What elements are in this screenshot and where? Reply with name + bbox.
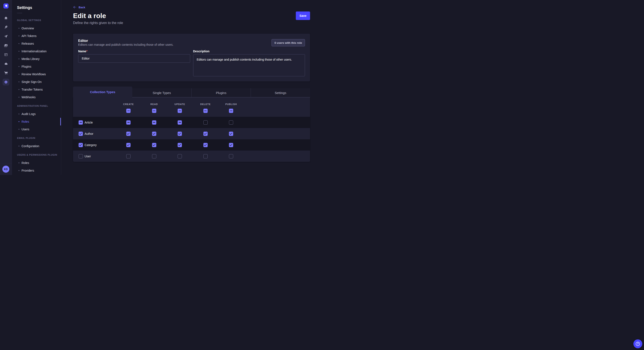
rail-item-layout <box>1 50 10 59</box>
author-create-checkbox[interactable] <box>126 132 130 136</box>
tab-collection-types[interactable]: Collection Types <box>73 87 132 97</box>
subnav-item-users[interactable]: Users <box>17 126 61 133</box>
subnav-item-internationalization[interactable]: Internationalization <box>17 47 61 55</box>
role-heading-group: Editor Editors can manage and publish co… <box>78 39 174 47</box>
role-description-text: Editors can manage and publish contents … <box>78 43 174 47</box>
article-publish-checkbox[interactable] <box>229 120 233 125</box>
article-create-checkbox[interactable] <box>126 120 130 125</box>
user-row-checkbox[interactable] <box>78 154 83 159</box>
article-read-checkbox[interactable] <box>152 120 156 125</box>
subnav-item-releases[interactable]: Releases <box>17 40 61 47</box>
tab-single-types[interactable]: Single Types <box>132 88 192 97</box>
subnav-item-single-sign-on[interactable]: Single Sign-On <box>17 78 61 86</box>
layout-icon[interactable] <box>2 51 9 58</box>
permissions-table-header: CreateReadUpdateDeletePublish <box>73 97 310 117</box>
bullet-icon <box>18 81 20 82</box>
user-update-checkbox[interactable] <box>178 154 182 159</box>
bullet-icon <box>18 28 20 29</box>
user-delete-checkbox[interactable] <box>204 154 208 159</box>
media-images-icon[interactable] <box>2 42 9 49</box>
article-row-checkbox[interactable] <box>78 120 83 125</box>
permissions-card: Collection TypesSingle TypesPluginsSetti… <box>73 87 310 162</box>
name-input[interactable] <box>78 54 190 63</box>
select-all-create-checkbox[interactable] <box>126 109 130 113</box>
author-update-checkbox[interactable] <box>178 132 182 136</box>
rail-item-paper-plane <box>1 32 10 41</box>
article-delete-checkbox[interactable] <box>204 120 208 125</box>
tab-plugins[interactable]: Plugins <box>192 88 251 97</box>
row-label-cell: Category <box>73 143 116 147</box>
tab-settings[interactable]: Settings <box>251 88 310 97</box>
rail-item-feather <box>1 22 10 32</box>
subnav-section-label: Administration Panel <box>17 104 61 107</box>
subnav-item-webhooks[interactable]: Webhooks <box>17 93 61 101</box>
select-all-update-checkbox[interactable] <box>178 109 182 113</box>
rail-menu <box>1 12 10 87</box>
page-subtitle: Define the rights given to the role <box>73 20 310 25</box>
subnav-item-plugins[interactable]: Plugins <box>17 63 61 70</box>
user-publish-checkbox[interactable] <box>229 154 233 159</box>
subnav-section: Global SettingsOverviewAPI TokensRelease… <box>17 19 61 101</box>
select-all-delete-checkbox[interactable] <box>204 109 208 113</box>
permission-cell <box>218 132 244 136</box>
author-publish-checkbox[interactable] <box>229 132 233 136</box>
article-update-checkbox[interactable] <box>178 120 182 125</box>
home-icon[interactable] <box>2 15 9 21</box>
back-link[interactable]: Back <box>73 5 85 9</box>
subnav-item-label: Releases <box>22 42 34 45</box>
user-read-checkbox[interactable] <box>152 154 156 159</box>
workplace-logo-box[interactable] <box>0 0 12 12</box>
bullet-icon <box>18 89 20 90</box>
required-asterisk: * <box>86 49 87 53</box>
feather-icon[interactable] <box>2 24 9 31</box>
category-read-checkbox[interactable] <box>152 143 156 147</box>
subnav-item-transfer-tokens[interactable]: Transfer Tokens <box>17 86 61 93</box>
column-checkbox-cell <box>218 109 244 113</box>
subnav-item-label: Webhooks <box>22 95 36 99</box>
bullet-icon <box>18 129 20 130</box>
subnav-item-roles[interactable]: Roles <box>17 159 61 167</box>
content-type-label: Article <box>84 121 93 124</box>
name-field-label: Name* <box>78 49 88 53</box>
select-all-publish-checkbox[interactable] <box>229 109 233 113</box>
subnav-item-overview[interactable]: Overview <box>17 24 61 32</box>
user-create-checkbox[interactable] <box>126 154 130 159</box>
permission-cell <box>116 154 142 159</box>
rail-item-media-images <box>1 41 10 50</box>
save-button[interactable]: Save <box>296 11 310 20</box>
cloud-icon[interactable] <box>2 60 9 67</box>
main-nav-rail: KD <box>0 0 12 175</box>
permissions-rows: ArticleAuthorCategoryUser <box>73 117 310 162</box>
users-with-role-badge[interactable]: 0 users with this role <box>272 39 305 46</box>
gear-icon[interactable] <box>2 79 9 85</box>
author-row-checkbox[interactable] <box>78 132 83 136</box>
subnav-item-audit-logs[interactable]: Audit Logs <box>17 110 61 118</box>
author-read-checkbox[interactable] <box>152 132 156 136</box>
subnav-item-roles[interactable]: Roles <box>17 118 61 126</box>
avatar[interactable]: KD <box>2 166 9 173</box>
subnav-item-configuration[interactable]: Configuration <box>17 142 61 150</box>
subnav-section: Email PluginConfiguration <box>17 137 61 150</box>
description-textarea[interactable]: Editors can manage and publish contents … <box>193 54 305 76</box>
category-delete-checkbox[interactable] <box>204 143 208 147</box>
subnav-item-label: Media Library <box>22 57 40 61</box>
bullet-icon <box>18 114 20 114</box>
subnav-item-review-workflows[interactable]: Review Workflows <box>17 70 61 78</box>
category-row-checkbox[interactable] <box>78 143 83 147</box>
subnav-item-api-tokens[interactable]: API Tokens <box>17 32 61 40</box>
category-create-checkbox[interactable] <box>126 143 130 147</box>
column-checkbox-cell <box>167 109 193 113</box>
subnav-item-providers[interactable]: Providers <box>17 167 61 174</box>
role-card-header: Editor Editors can manage and publish co… <box>78 39 305 47</box>
bullet-icon <box>18 43 20 44</box>
paper-plane-icon[interactable] <box>2 33 9 40</box>
column-header-delete: Delete <box>193 103 218 105</box>
select-all-read-checkbox[interactable] <box>152 109 156 113</box>
subnav-item-media-library[interactable]: Media Library <box>17 55 61 63</box>
category-publish-checkbox[interactable] <box>229 143 233 147</box>
rail-user-section: KD <box>0 163 12 175</box>
author-delete-checkbox[interactable] <box>204 132 208 136</box>
category-update-checkbox[interactable] <box>178 143 182 147</box>
cart-icon[interactable] <box>2 70 9 76</box>
back-label: Back <box>78 6 85 9</box>
